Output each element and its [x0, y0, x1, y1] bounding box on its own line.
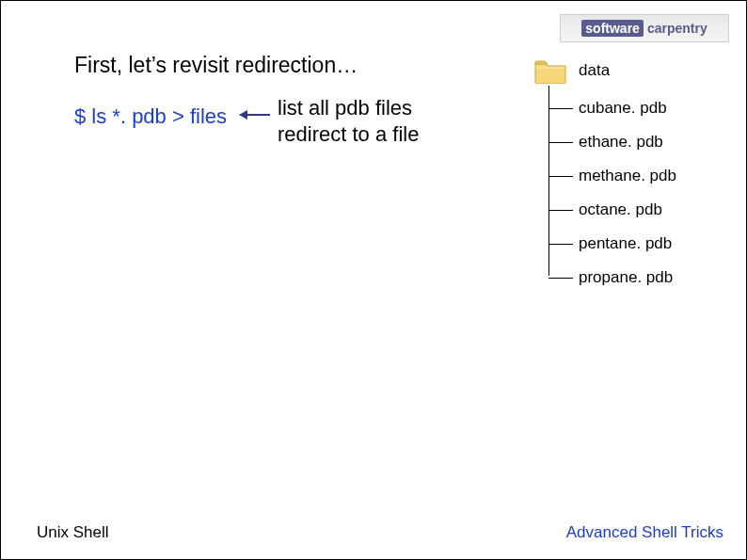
- tree-connector: [548, 142, 573, 143]
- file-tree: data cubane. pdb ethane. pdb methane. pd…: [535, 57, 723, 295]
- tree-root: data: [533, 57, 723, 84]
- logo: software carpentry: [560, 14, 729, 42]
- arrow-icon: [240, 114, 270, 116]
- tree-item: ethane. pdb: [548, 125, 723, 159]
- folder-icon: [533, 57, 567, 84]
- annotation-line-1: list all pdb files: [278, 95, 419, 121]
- slide: software carpentry First, let’s revisit …: [0, 0, 747, 560]
- tree-connector: [548, 244, 573, 245]
- annotation-line-2: redirect to a file: [278, 121, 419, 148]
- footer-right: Advanced Shell Tricks: [566, 523, 723, 542]
- footer-left: Unix Shell: [37, 523, 109, 542]
- shell-command: $ ls *. pdb > files: [74, 104, 227, 129]
- tree-connector: [548, 210, 573, 211]
- tree-item: pentane. pdb: [548, 227, 723, 261]
- tree-item-label: methane. pdb: [579, 167, 676, 185]
- tree-connector: [548, 176, 573, 177]
- tree-item-label: pentane. pdb: [579, 234, 672, 253]
- tree-item: octane. pdb: [548, 193, 723, 227]
- tree-root-label: data: [579, 61, 610, 80]
- logo-carpentry-word: carpentry: [647, 21, 707, 36]
- tree-item-label: ethane. pdb: [579, 133, 663, 152]
- tree-item: cubane. pdb: [548, 91, 723, 125]
- command-annotation: list all pdb files redirect to a file: [278, 95, 419, 147]
- logo-software-word: software: [581, 20, 644, 37]
- tree-item: propane. pdb: [548, 261, 723, 295]
- tree-connector: [548, 278, 573, 279]
- tree-item-label: octane. pdb: [579, 200, 662, 219]
- tree-item-label: cubane. pdb: [579, 99, 667, 118]
- tree-connector: [548, 108, 573, 109]
- tree-item-label: propane. pdb: [579, 268, 673, 287]
- slide-heading: First, let’s revisit redirection…: [74, 53, 358, 78]
- tree-item: methane. pdb: [548, 159, 723, 193]
- tree-children: cubane. pdb ethane. pdb methane. pdb oct…: [548, 91, 723, 295]
